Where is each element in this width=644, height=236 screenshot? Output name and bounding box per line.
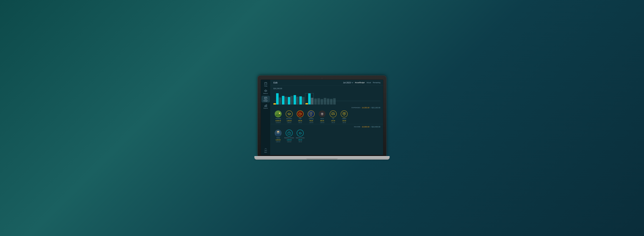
view-tabs: Actual/Budget Actual Remaining	[355, 82, 380, 84]
bar-group-8	[318, 98, 320, 105]
category-business-income[interactable]: Business income 3,600.00 4,000.00	[284, 130, 294, 142]
svg-point-25	[332, 115, 333, 115]
sidebar-item-sync[interactable]: Sync	[262, 147, 270, 154]
cafe-name: Cafe	[299, 118, 302, 119]
chart-bars	[274, 90, 380, 105]
bar-dark-7	[314, 99, 317, 105]
svg-rect-12	[266, 105, 267, 107]
tab-actual[interactable]: Actual	[366, 82, 371, 84]
tab-remaining[interactable]: Remaining	[373, 82, 380, 84]
bar-group-5	[299, 96, 304, 105]
svg-rect-10	[264, 106, 265, 107]
bar-dark-5	[302, 97, 304, 105]
screen: Today Balance	[261, 80, 383, 155]
balance-icon	[264, 89, 267, 92]
sidebar-item-today[interactable]: Today	[262, 81, 270, 88]
sidebar-item-balance[interactable]: Balance	[262, 88, 270, 95]
expenses-actual: 14,355.00	[362, 107, 370, 109]
travelling-name: Travelling	[276, 118, 281, 119]
page-title: Edit	[274, 81, 278, 84]
sidebar-item-budget[interactable]: Budget	[262, 96, 270, 103]
cafe-budget: 900.00	[298, 122, 302, 123]
piggybank-icon	[298, 131, 302, 135]
category-cafe[interactable]: Cafe 800.00 900.00	[296, 111, 305, 123]
utilities-icon	[342, 112, 346, 116]
category-salary[interactable]: Salary 6,000.00 6,000.00	[274, 130, 283, 142]
home-name: Home	[320, 118, 324, 119]
bar-group-11	[327, 99, 330, 105]
svg-rect-7	[264, 97, 267, 100]
briefcase-icon	[288, 131, 291, 135]
sync-icon	[264, 148, 267, 151]
bar-cyan-4	[294, 95, 296, 105]
sidebar-item-reports[interactable]: Reports	[262, 103, 270, 110]
education-name: Education	[286, 118, 292, 119]
bar-yellow-1	[274, 103, 276, 105]
interest-name: Interest income	[296, 137, 304, 138]
bar-group-13	[333, 98, 336, 105]
travelling-actual: 10,800.00	[275, 120, 281, 121]
category-travelling[interactable]: Travelling 10,800.00 10,000.00	[274, 111, 283, 123]
sidebar-label-sync: Sync	[264, 151, 267, 153]
chevron-down-icon	[352, 82, 353, 84]
sidebar-label-reports: Reports	[263, 108, 268, 109]
business-name: Business income	[284, 137, 294, 138]
home-budget: 1,500.00	[320, 122, 324, 123]
svg-point-16	[279, 113, 280, 114]
salary-icon	[275, 130, 282, 136]
sidebar-label-budget: Budget	[264, 100, 268, 102]
svg-rect-20	[320, 112, 324, 116]
travelling-budget: 10,000.00	[276, 122, 280, 123]
laptop-shadow	[254, 160, 390, 160]
clothing-actual: 738.00	[309, 120, 313, 121]
car-actual: 247.00	[331, 120, 335, 121]
bar-dark-13	[333, 98, 336, 105]
category-car[interactable]: Car 247.00 200.00	[328, 111, 338, 123]
chart-area: $16,240.00	[270, 86, 383, 106]
sidebar-label-today: Today	[264, 85, 267, 87]
bar-group-1	[274, 93, 281, 105]
expenses-budget: / $15,160.00	[371, 107, 380, 109]
bar-group-4	[294, 95, 299, 105]
month-label: Jul 2023	[343, 81, 351, 84]
tab-actual-budget[interactable]: Actual/Budget	[355, 82, 364, 84]
bar-dark-10	[324, 98, 326, 105]
business-icon-circle	[286, 130, 292, 136]
income-categories: Salary 6,000.00 6,000.00	[270, 129, 383, 143]
category-education[interactable]: Education 1,000.00 1,000.00	[284, 111, 294, 123]
income-section: INCOME 10,000.00 / $10,400.00	[270, 124, 383, 143]
education-icon	[288, 112, 291, 116]
category-home[interactable]: Home 650.00 1,500.00	[318, 111, 327, 123]
month-selector[interactable]: Jul 2023	[343, 81, 353, 84]
education-icon-circle	[286, 111, 292, 117]
category-interest-income[interactable]: Interest income 400.00 400.00	[296, 130, 305, 142]
bar-cyan-6	[308, 93, 311, 104]
home-icon-circle	[319, 111, 326, 117]
bar-dark-11	[327, 99, 330, 105]
app-container: Today Balance	[261, 80, 383, 155]
bar-dark-4	[296, 97, 299, 105]
sidebar: Today Balance	[261, 80, 270, 155]
header: Edit Jul 2023 Actual/Budget Actual Remai…	[270, 80, 383, 86]
screen-bezel: Today Balance	[258, 76, 386, 156]
bar-group-12	[330, 99, 332, 105]
utilities-icon-circle	[341, 111, 348, 117]
svg-point-5	[264, 91, 265, 91]
bar-dark-9	[320, 99, 323, 105]
category-utilities[interactable]: Utilities 120.00 160.00	[340, 111, 349, 123]
expense-categories: Travelling 10,800.00 10,000.00	[270, 110, 383, 124]
expenses-row: EXPENSES 14,355.00 / $15,160.00	[270, 106, 383, 110]
reports-icon	[264, 104, 267, 107]
bar-dark-3	[290, 96, 293, 105]
business-actual: 3,600.00	[287, 139, 292, 141]
income-budget: / $10,400.00	[371, 126, 380, 128]
car-icon-circle	[330, 111, 336, 117]
category-clothing[interactable]: Clothing 738.00 1,400.00	[306, 111, 316, 123]
svg-rect-31	[277, 132, 279, 134]
education-budget: 1,000.00	[287, 122, 291, 123]
bar-dark-8	[318, 98, 320, 105]
bar-yellow-6	[306, 103, 308, 104]
bar-group-10	[324, 98, 326, 105]
bar-group-9	[320, 99, 323, 105]
laptop-device: Today Balance	[258, 76, 386, 160]
